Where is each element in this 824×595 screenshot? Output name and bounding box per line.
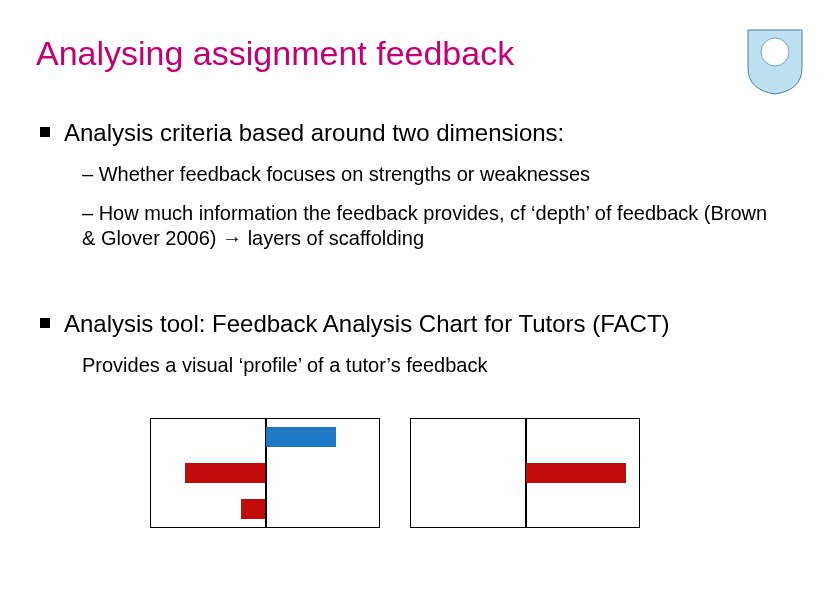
fact-chart-1 bbox=[150, 418, 380, 528]
chart-bar bbox=[526, 463, 626, 483]
slide: Analysing assignment feedback Analysis c… bbox=[0, 0, 824, 595]
slide-title: Analysing assignment feedback bbox=[36, 34, 514, 73]
bullet-2-description: Provides a visual ‘profile’ of a tutor’s… bbox=[82, 353, 780, 378]
bullet-1-sub-1-text: – Whether feedback focuses on strengths … bbox=[82, 162, 780, 187]
chart-bar bbox=[266, 427, 336, 447]
fact-chart-2 bbox=[410, 418, 640, 528]
chart-bar bbox=[185, 463, 265, 483]
bullet-1-sub-1: – Whether feedback focuses on strengths … bbox=[82, 162, 780, 187]
square-bullet-icon bbox=[40, 318, 50, 328]
fact-charts bbox=[150, 418, 640, 528]
bullet-1-sub-2-text: – How much information the feedback prov… bbox=[82, 201, 780, 251]
ou-shield-logo bbox=[746, 28, 804, 96]
slide-body: Analysis criteria based around two dimen… bbox=[40, 118, 780, 386]
spacer bbox=[40, 265, 780, 309]
bullet-2-text: Analysis tool: Feedback Analysis Chart f… bbox=[64, 309, 670, 339]
square-bullet-icon bbox=[40, 127, 50, 137]
chart-bar bbox=[241, 499, 265, 519]
bullet-2: Analysis tool: Feedback Analysis Chart f… bbox=[40, 309, 780, 339]
bullet-2-description-text: Provides a visual ‘profile’ of a tutor’s… bbox=[82, 353, 780, 378]
bullet-1-sub-2: – How much information the feedback prov… bbox=[82, 201, 780, 251]
bullet-1-text: Analysis criteria based around two dimen… bbox=[64, 118, 564, 148]
bullet-1: Analysis criteria based around two dimen… bbox=[40, 118, 780, 148]
svg-point-0 bbox=[761, 38, 789, 66]
